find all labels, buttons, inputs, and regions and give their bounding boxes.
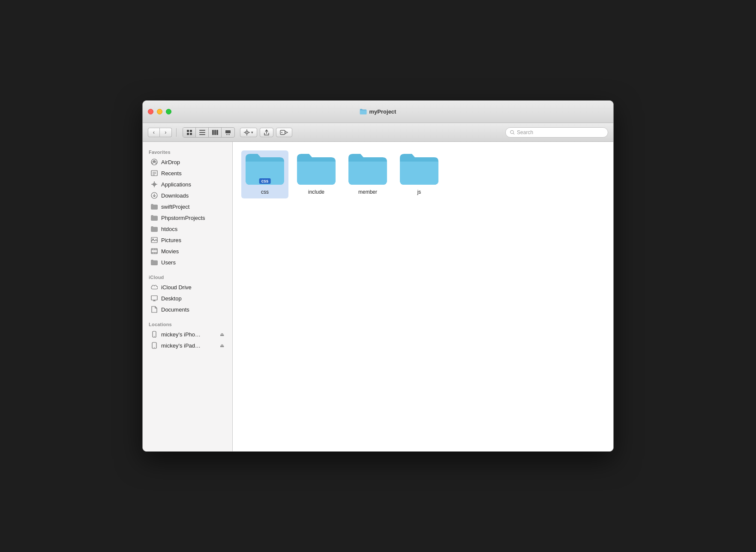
svg-rect-8 xyxy=(214,130,216,135)
sidebar-item-label: Movies xyxy=(161,248,179,255)
locations-section-label: Locations xyxy=(143,318,232,329)
columns-icon xyxy=(212,130,218,135)
toolbar-separator-1 xyxy=(176,128,177,137)
sidebar-item-label: mickey's iPho… xyxy=(161,331,201,338)
folder-member[interactable]: member xyxy=(344,150,391,198)
sidebar-item-swiftproject[interactable]: swiftProject xyxy=(145,201,230,212)
sidebar-item-desktop[interactable]: Desktop xyxy=(145,293,230,304)
svg-rect-4 xyxy=(199,130,205,131)
folder-include-svg xyxy=(297,154,336,185)
minimize-button[interactable] xyxy=(157,109,162,114)
folder-member-label: member xyxy=(358,189,377,195)
tag-icon xyxy=(280,129,288,135)
favorites-section-label: Favorites xyxy=(143,146,232,156)
tablet-icon xyxy=(151,342,158,349)
gallery-icon xyxy=(225,130,231,135)
svg-line-23 xyxy=(513,133,514,134)
search-icon xyxy=(510,130,515,135)
icloud-icon xyxy=(151,284,158,291)
sidebar-item-iphone[interactable]: mickey's iPho… ⏏ xyxy=(145,329,230,340)
search-bar[interactable] xyxy=(505,127,608,138)
gear-icon xyxy=(244,129,250,135)
view-list-button[interactable] xyxy=(196,128,209,137)
sidebar-item-movies[interactable]: Movies xyxy=(145,246,230,257)
sidebar-item-label: iCloud Drive xyxy=(161,284,192,291)
svg-rect-0 xyxy=(187,130,189,132)
back-button[interactable]: ‹ xyxy=(148,128,160,137)
eject-icon[interactable]: ⏏ xyxy=(220,332,224,337)
svg-rect-46 xyxy=(151,296,157,300)
sidebar-item-recents[interactable]: Recents xyxy=(145,168,230,179)
svg-rect-6 xyxy=(199,134,205,135)
sidebar-item-users[interactable]: Users xyxy=(145,257,230,268)
content-area: css css include xyxy=(233,142,613,451)
sidebar-item-icloud-drive[interactable]: iCloud Drive xyxy=(145,282,230,293)
toolbar: ‹ › xyxy=(143,123,613,142)
recents-icon xyxy=(151,170,158,177)
svg-point-21 xyxy=(281,132,282,132)
icon-grid: css css include xyxy=(241,150,605,198)
folder-include[interactable]: include xyxy=(293,150,340,198)
nav-buttons: ‹ › xyxy=(148,128,172,137)
tag-button[interactable] xyxy=(276,128,292,137)
search-input[interactable] xyxy=(517,129,603,135)
arrange-button[interactable]: ▾ xyxy=(240,128,257,137)
list-icon xyxy=(199,130,205,135)
sidebar-item-label: Users xyxy=(161,259,176,266)
downloads-icon xyxy=(151,192,158,199)
sidebar-item-label: htdocs xyxy=(161,226,177,232)
window-title: myProject xyxy=(369,108,396,115)
folder-icon xyxy=(151,203,158,210)
css-badge: css xyxy=(259,178,271,184)
sidebar-item-downloads[interactable]: Downloads xyxy=(145,190,230,201)
svg-rect-1 xyxy=(190,130,192,132)
folder-icon xyxy=(151,225,158,232)
view-gallery-button[interactable] xyxy=(222,128,234,137)
sidebar-item-label: Applications xyxy=(161,181,191,188)
share-button[interactable] xyxy=(260,128,273,137)
main-area: Favorites AirDrop xyxy=(143,142,613,451)
applications-icon xyxy=(151,181,158,188)
svg-rect-20 xyxy=(280,130,285,135)
sidebar-item-applications[interactable]: Applications xyxy=(145,179,230,190)
svg-point-14 xyxy=(246,132,247,133)
sidebar-item-label: PhpstormProjects xyxy=(161,215,205,221)
traffic-lights xyxy=(148,109,171,114)
maximize-button[interactable] xyxy=(166,109,171,114)
svg-rect-9 xyxy=(216,130,218,135)
folder-js-svg xyxy=(400,154,438,185)
eject-icon[interactable]: ⏏ xyxy=(220,343,224,348)
sidebar-item-label: AirDrop xyxy=(161,159,180,165)
folder-css[interactable]: css css xyxy=(241,150,288,198)
folder-js-icon-container xyxy=(400,154,438,186)
phone-icon xyxy=(151,331,158,338)
sidebar-item-htdocs[interactable]: htdocs xyxy=(145,223,230,234)
pictures-icon xyxy=(151,237,158,243)
finder-window: myProject ‹ › xyxy=(142,100,614,452)
sidebar-item-label: Downloads xyxy=(161,192,189,199)
folder-css-icon-container: css xyxy=(246,154,284,186)
title-folder-icon xyxy=(360,109,367,114)
sidebar-item-documents[interactable]: Documents xyxy=(145,304,230,315)
sidebar-item-ipad[interactable]: mickey's iPad… ⏏ xyxy=(145,340,230,351)
folder-member-icon-container xyxy=(348,154,387,186)
documents-icon xyxy=(151,306,158,313)
forward-button[interactable]: › xyxy=(160,128,172,137)
view-icon-button[interactable] xyxy=(183,128,196,137)
window-title-area: myProject xyxy=(360,108,396,115)
grid-icon xyxy=(186,129,192,135)
share-icon xyxy=(264,129,270,136)
title-bar: myProject xyxy=(143,101,613,123)
close-button[interactable] xyxy=(148,109,153,114)
folder-css-label: css xyxy=(261,189,269,195)
sidebar-item-pictures[interactable]: Pictures xyxy=(145,234,230,246)
folder-member-svg xyxy=(348,154,387,185)
sidebar-item-airdrop[interactable]: AirDrop xyxy=(145,156,230,168)
sidebar-item-phpstorm[interactable]: PhpstormProjects xyxy=(145,212,230,223)
folder-js[interactable]: js xyxy=(396,150,443,198)
svg-rect-2 xyxy=(187,133,189,135)
folder-js-label: js xyxy=(417,189,421,195)
view-columns-button[interactable] xyxy=(209,128,222,137)
desktop-icon xyxy=(151,295,158,302)
sidebar-item-label: Recents xyxy=(161,170,182,177)
